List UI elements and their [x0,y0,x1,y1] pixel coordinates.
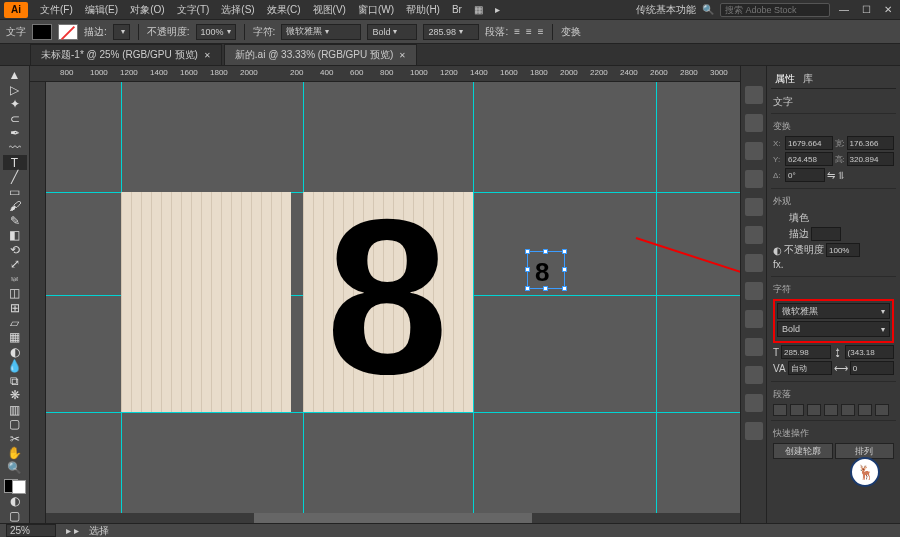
zoom-tool[interactable]: 🔍 [3,461,27,476]
align-right-button[interactable] [807,404,821,416]
align-center-icon[interactable]: ≡ [526,26,532,37]
column-graph-tool[interactable]: ▥ [3,403,27,418]
justify-left-button[interactable] [824,404,838,416]
mesh-tool[interactable]: ▦ [3,330,27,345]
horizontal-ruler[interactable]: 8001000 12001400 16001800 2000200 400600… [30,66,740,82]
menu-type[interactable]: 文字(T) [171,3,216,17]
height-field[interactable]: 320.894 [847,152,895,166]
search-input[interactable] [720,3,830,17]
horizontal-scrollbar[interactable] [46,513,740,523]
close-tab-icon[interactable]: ✕ [204,51,211,60]
flip-v-icon[interactable]: ⥮ [837,170,845,181]
leading-field[interactable]: (343.18 [845,345,894,359]
stroke-swatch[interactable] [58,24,78,40]
artboard-tool[interactable]: ▢ [3,417,27,432]
doc-tab-1[interactable]: 未标题-1* @ 25% (RGB/GPU 预览)✕ [30,44,222,65]
rotate-field[interactable]: 0° [785,168,825,182]
free-transform-tool[interactable]: ◫ [3,286,27,301]
asset-export-panel-icon[interactable] [745,394,763,412]
gradient-tool[interactable]: ◐ [3,344,27,359]
fill-stroke-control[interactable] [4,479,26,494]
font-weight-dropdown[interactable]: Bold [777,321,890,337]
transparency-panel-icon[interactable] [745,282,763,300]
flip-h-icon[interactable]: ⇋ [827,170,835,181]
bridge-icon[interactable]: Br [446,4,468,15]
perspective-tool[interactable]: ▱ [3,315,27,330]
fill-color-swatch[interactable] [773,212,787,224]
close-tab-icon[interactable]: ✕ [399,51,406,60]
magic-wand-tool[interactable]: ✦ [3,97,27,112]
stroke-color-swatch[interactable] [773,228,787,240]
fx-button[interactable]: fx. [773,259,784,270]
opacity-field[interactable]: 100% [196,24,236,40]
paintbrush-tool[interactable]: 🖌 [3,199,27,214]
libraries-tab[interactable]: 库 [803,72,813,86]
properties-tab[interactable]: 属性 [775,72,795,86]
align-left-icon[interactable]: ≡ [514,26,520,37]
gpu-icon[interactable]: ▸ [489,4,506,15]
brushes-panel-icon[interactable] [745,170,763,188]
y-field[interactable]: 624.458 [785,152,833,166]
eyedropper-tool[interactable]: 💧 [3,359,27,374]
canvas[interactable]: 8 8 [46,82,740,523]
graphic-styles-panel-icon[interactable] [745,338,763,356]
eraser-tool[interactable]: ◧ [3,228,27,243]
justify-center-button[interactable] [841,404,855,416]
artboards-panel-icon[interactable] [745,422,763,440]
font-size-field[interactable]: 285.98 [423,24,479,40]
layers-panel-icon[interactable] [745,366,763,384]
tracking-field[interactable]: 0 [850,361,894,375]
hand-tool[interactable]: ✋ [3,446,27,461]
symbols-panel-icon[interactable] [745,198,763,216]
artboard-nav[interactable]: ▸ ▸ [66,525,79,536]
close-button[interactable]: ✕ [880,4,896,15]
selection-bounding-box[interactable] [527,251,565,289]
vertical-ruler[interactable] [30,82,46,523]
menu-select[interactable]: 选择(S) [215,3,260,17]
rectangle-tool[interactable]: ▭ [3,184,27,199]
color-panel-icon[interactable] [745,86,763,104]
font-weight-field[interactable]: Bold [367,24,417,40]
x-field[interactable]: 1679.664 [785,136,833,150]
align-left-button[interactable] [773,404,787,416]
type-tool[interactable]: T [3,155,27,170]
font-size-field[interactable]: 285.98 [781,345,830,359]
guide-vertical[interactable] [656,82,657,523]
line-tool[interactable]: ╱ [3,170,27,185]
create-outlines-button[interactable]: 创建轮廓 [773,443,833,459]
workspace-switcher[interactable]: 传统基本功能 [636,3,696,17]
search-icon[interactable]: 🔍 [702,4,714,15]
rotate-tool[interactable]: ⟲ [3,243,27,258]
stroke-weight-field[interactable] [811,227,841,241]
selection-tool[interactable]: ▲ [3,68,27,83]
stroke-panel-icon[interactable] [745,226,763,244]
scale-tool[interactable]: ⤢ [3,257,27,272]
menu-effect[interactable]: 效果(C) [261,3,307,17]
pen-tool[interactable]: ✒ [3,126,27,141]
justify-all-button[interactable] [875,404,889,416]
menu-help[interactable]: 帮助(H) [400,3,446,17]
guide-vertical[interactable] [473,82,474,523]
color-guide-panel-icon[interactable] [745,114,763,132]
menu-window[interactable]: 窗口(W) [352,3,400,17]
justify-right-button[interactable] [858,404,872,416]
draw-mode-icon[interactable]: ◐ [3,494,27,509]
menu-edit[interactable]: 编辑(E) [79,3,124,17]
minimize-button[interactable]: — [836,4,852,15]
font-family-field[interactable]: 微软雅黑 [281,24,361,40]
shaper-tool[interactable]: ✎ [3,213,27,228]
stroke-weight-field[interactable] [113,24,130,40]
menu-object[interactable]: 对象(O) [124,3,170,17]
width-field[interactable]: 176.366 [847,136,895,150]
width-tool[interactable]: ⎃ [3,272,27,287]
gradient-panel-icon[interactable] [745,254,763,272]
align-center-button[interactable] [790,404,804,416]
maximize-button[interactable]: ☐ [858,4,874,15]
lasso-tool[interactable]: ⊂ [3,112,27,127]
align-right-icon[interactable]: ≡ [538,26,544,37]
transform-link[interactable]: 变换 [561,25,581,39]
zoom-level-field[interactable]: 25% [6,524,56,537]
curvature-tool[interactable]: 〰 [3,141,27,156]
menu-view[interactable]: 视图(V) [307,3,352,17]
menu-file[interactable]: 文件(F) [34,3,79,17]
